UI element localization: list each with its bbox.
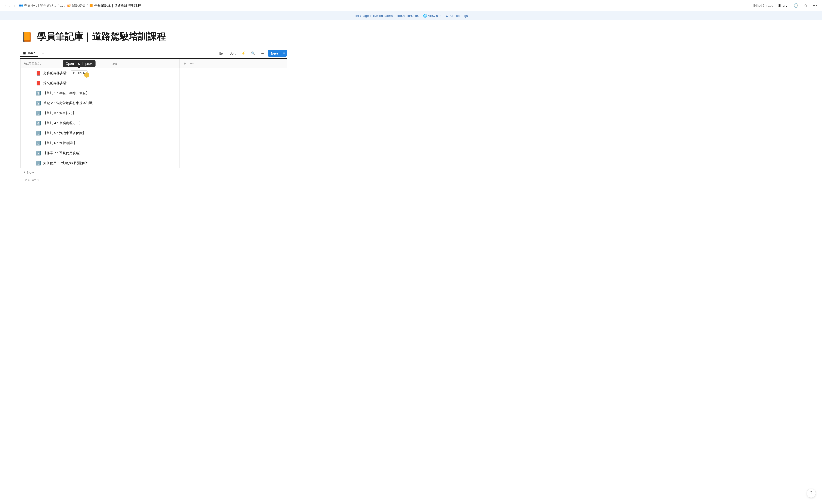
row-icon-4: 3️⃣ <box>36 110 41 116</box>
drag-row-btn-0[interactable]: ⠿ <box>29 71 34 76</box>
row-name-text-4: 【筆記 3：停車技巧】 <box>43 111 76 115</box>
breadcrumb-item-1[interactable]: 👥 學員中心 | 昱全道路... <box>19 3 56 8</box>
banner-text: This page is live on carinstructor.notio… <box>354 14 419 18</box>
toolbar-right: Filter Sort ⚡ 🔍 ••• New ▾ <box>215 50 287 57</box>
page-title: 學員筆記庫｜道路駕駛培訓課程 <box>37 30 166 43</box>
drag-row-btn-1[interactable]: ⠿ <box>29 81 34 86</box>
cell-name-5: + ⠿ 4️⃣ 【筆記 4：車禍處理方式】 <box>21 118 108 128</box>
breadcrumb-label-1: 學員中心 | 昱全道路... <box>24 3 56 8</box>
filter-button[interactable]: Filter <box>215 50 226 56</box>
drag-row-btn-2[interactable]: ⠿ <box>29 91 34 96</box>
page-content: 📙 學員筆記庫｜道路駕駛培訓課程 ⊞ Table + Filter Sort ⚡… <box>0 20 308 194</box>
sort-button[interactable]: Sort <box>228 50 238 56</box>
cell-extra-6 <box>179 128 287 138</box>
breadcrumb-sep-1: / <box>58 4 58 7</box>
cell-name-9: + ⠿ 8️⃣ 如何使用 AI 快速找到問題解答 <box>21 158 108 168</box>
drag-row-btn-6[interactable]: ⠿ <box>29 131 34 136</box>
history-button[interactable]: 🕐 <box>793 2 800 9</box>
add-row-btn-2[interactable]: + <box>24 91 28 96</box>
cell-name-2: + ⠿ 1️⃣ 【筆記 1：標誌、標線、號誌】 <box>21 88 108 98</box>
add-view-button[interactable]: + <box>40 51 45 56</box>
settings-icon: ⚙ <box>446 14 449 18</box>
cell-extra-8 <box>179 148 287 158</box>
favorite-button[interactable]: ☆ <box>803 2 808 9</box>
breadcrumb-label-active: 學員筆記庫｜道路駕駛培訓課程 <box>94 3 141 8</box>
drag-row-btn-9[interactable]: ⠿ <box>29 161 34 166</box>
cell-name-6: + ⠿ 5️⃣ 【筆記 5：汽機車重要保險】 <box>21 128 108 138</box>
globe-icon: 🌐 <box>423 14 427 18</box>
view-site-label: View site <box>428 14 441 18</box>
add-row-btn-5[interactable]: + <box>24 121 28 126</box>
breadcrumb-item-3[interactable]: 💥 筆記模板 <box>67 3 85 8</box>
table-row: + ⠿ 8️⃣ 如何使用 AI 快速找到問題解答 <box>21 158 287 168</box>
drag-row-btn-7[interactable]: ⠿ <box>29 141 34 146</box>
forward-button[interactable]: › <box>8 3 12 9</box>
drag-row-btn-5[interactable]: ⠿ <box>29 121 34 126</box>
cell-extra-1 <box>179 78 287 88</box>
col-options-button[interactable]: ••• <box>189 61 195 66</box>
add-row-btn-4[interactable]: + <box>24 111 28 116</box>
table-row: + ⠿ 6️⃣ 【筆記 6：保養相關 】 <box>21 138 287 148</box>
drag-row-btn-4[interactable]: ⠿ <box>29 111 34 116</box>
row-icon-5: 4️⃣ <box>36 120 41 126</box>
col-header-actions: + ••• <box>179 59 287 68</box>
drag-row-btn-8[interactable]: ⠿ <box>29 151 34 156</box>
breadcrumb-item-active[interactable]: 📙 學員筆記庫｜道路駕駛培訓課程 <box>89 3 141 8</box>
row-name-text-6: 【筆記 5：汽機車重要保險】 <box>43 131 86 135</box>
back-button[interactable]: ‹ <box>4 3 7 9</box>
add-page-button[interactable]: + <box>13 3 17 9</box>
add-row-btn-7[interactable]: + <box>24 141 28 146</box>
add-row-btn-8[interactable]: + <box>24 151 28 156</box>
row-name-text-1: 熄火前操作步驟 <box>43 81 67 85</box>
cell-tags-2 <box>108 88 179 98</box>
search-button[interactable]: 🔍 <box>249 50 257 56</box>
table-row: + ⠿ 📕 起步前操作步驟 Open in side peek ⊡ OPEN <box>21 68 287 78</box>
cell-name-7: + ⠿ 6️⃣ 【筆記 6：保養相關 】 <box>21 138 108 148</box>
site-settings-link[interactable]: ⚙ Site settings <box>446 14 468 18</box>
cell-name-3: + ⠿ 2️⃣ 筆記 2：防衛駕駛與行車基本知識 <box>21 98 108 108</box>
help-button[interactable]: ? <box>807 489 816 498</box>
drag-row-btn-3[interactable]: ⠿ <box>29 101 34 106</box>
new-button-group: New ▾ <box>268 50 287 57</box>
cell-name-4: + ⠿ 3️⃣ 【筆記 3：停車技巧】 <box>21 108 108 118</box>
row-name-text-2: 【筆記 1：標誌、標線、號誌】 <box>43 91 89 95</box>
cell-name-0: + ⠿ 📕 起步前操作步驟 Open in side peek ⊡ OPEN <box>21 68 108 78</box>
breadcrumb: 👥 學員中心 | 昱全道路... / ... / 💥 筆記模板 / 📙 學員筆記… <box>19 3 751 8</box>
tab-table-label: Table <box>27 51 35 55</box>
edited-label: Edited 5m ago <box>753 4 773 7</box>
new-dropdown-button[interactable]: ▾ <box>281 50 287 57</box>
table-header-row: Aa 精華筆記 Tags + ••• <box>21 59 287 68</box>
plus-icon: + <box>24 170 26 174</box>
add-row-btn-9[interactable]: + <box>24 161 28 166</box>
share-button[interactable]: Share <box>776 3 789 8</box>
breadcrumb-icon-3: 💥 <box>67 4 71 7</box>
row-icon-2: 1️⃣ <box>36 90 41 96</box>
calculate-row[interactable]: Calculate ▾ <box>20 176 287 184</box>
add-row-btn-6[interactable]: + <box>24 131 28 136</box>
page-icon: 📙 <box>20 31 33 43</box>
cell-name-1: + ⠿ 📕 熄火前操作步驟 <box>21 78 108 88</box>
col-name-label: Aa 精華筆記 <box>24 61 41 66</box>
table-row: + ⠿ 5️⃣ 【筆記 5：汽機車重要保險】 <box>21 128 287 138</box>
row-name-text-8: 【作業 7：導航使用攻略】 <box>43 151 83 155</box>
lightning-button[interactable]: ⚡ <box>239 50 248 56</box>
add-row-btn-1[interactable]: + <box>24 81 28 86</box>
more-options-button[interactable]: ••• <box>259 50 267 56</box>
cell-tags-3 <box>108 98 179 108</box>
banner: This page is live on carinstructor.notio… <box>0 11 822 20</box>
tab-table[interactable]: ⊞ Table <box>20 50 38 57</box>
breadcrumb-item-2[interactable]: ... <box>60 4 63 7</box>
view-site-link[interactable]: 🌐 View site <box>423 14 441 18</box>
table-footer-new[interactable]: + New <box>20 168 287 176</box>
new-main-button[interactable]: New <box>268 50 281 57</box>
more-button[interactable]: ••• <box>812 2 818 9</box>
row-name-text-0: 起步前操作步驟 <box>43 71 67 76</box>
add-row-btn-0[interactable]: + <box>24 71 28 76</box>
add-row-btn-3[interactable]: + <box>24 101 28 106</box>
database-table: Aa 精華筆記 Tags + ••• <box>20 59 287 168</box>
cell-extra-0 <box>179 68 287 78</box>
calculate-chevron: ▾ <box>37 178 39 182</box>
add-column-button[interactable]: + <box>183 61 187 66</box>
breadcrumb-sep-3: / <box>87 4 88 7</box>
row-name-text-5: 【筆記 4：車禍處理方式】 <box>43 121 83 125</box>
